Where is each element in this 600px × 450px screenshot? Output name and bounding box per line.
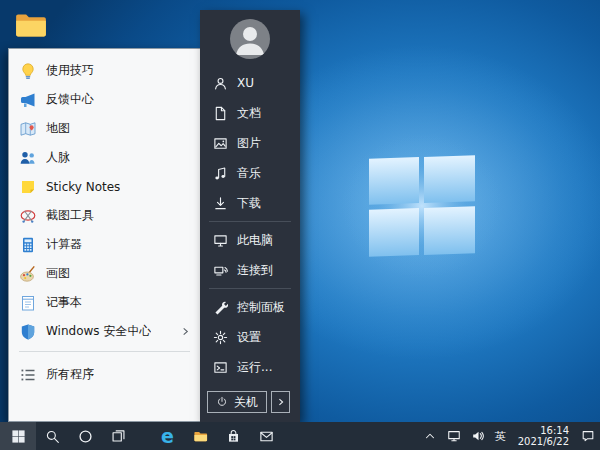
tray-volume[interactable] xyxy=(466,422,490,450)
chevron-right-icon xyxy=(277,398,285,406)
item-label: Windows 安全中心 xyxy=(46,323,151,340)
edge-button[interactable]: e xyxy=(151,422,184,450)
connect-to-icon xyxy=(213,263,228,278)
task-view-icon xyxy=(111,429,126,444)
tray-action-center[interactable] xyxy=(576,422,600,450)
divider xyxy=(209,221,291,222)
start-menu-item-run[interactable]: 运行... xyxy=(200,352,300,382)
volume-icon xyxy=(471,429,485,443)
item-label: 计算器 xyxy=(46,236,82,253)
shutdown-button[interactable]: 关机 xyxy=(207,391,267,413)
search-button[interactable] xyxy=(36,422,69,450)
clock-date: 2021/6/22 xyxy=(518,436,569,447)
item-label: 连接到 xyxy=(237,262,273,279)
start-menu-item-control-panel[interactable]: 控制面板 xyxy=(200,292,300,322)
item-label: 文档 xyxy=(237,105,261,122)
store-icon xyxy=(226,429,241,444)
folder-icon xyxy=(193,429,208,444)
tray-clock[interactable]: 16:14 2021/6/22 xyxy=(511,422,576,450)
mail-button[interactable] xyxy=(250,422,283,450)
start-menu-item-windows-security[interactable]: Windows 安全中心 xyxy=(9,317,200,346)
start-menu-item-all-programs[interactable]: 所有程序 xyxy=(9,360,200,389)
calculator-icon xyxy=(19,236,37,254)
power-icon xyxy=(216,396,228,408)
start-menu-item-tips[interactable]: 使用技巧 xyxy=(9,56,200,85)
tips-icon xyxy=(19,62,37,80)
divider xyxy=(19,351,190,352)
start-menu-item-snipping-tool[interactable]: 截图工具 xyxy=(9,201,200,230)
search-icon xyxy=(45,429,60,444)
item-label: 人脉 xyxy=(46,149,70,166)
power-row: 关机 xyxy=(200,391,300,422)
wallpaper-windows-logo xyxy=(342,128,502,288)
start-button[interactable] xyxy=(0,422,36,450)
start-logo-icon xyxy=(11,429,26,444)
item-label: 反馈中心 xyxy=(46,91,94,108)
edge-icon: e xyxy=(161,427,174,446)
item-label: 画图 xyxy=(46,265,70,282)
start-menu-item-calculator[interactable]: 计算器 xyxy=(9,230,200,259)
start-menu-item-user[interactable]: XU xyxy=(200,68,300,98)
mail-icon xyxy=(259,429,274,444)
start-menu-item-feedback-hub[interactable]: 反馈中心 xyxy=(9,85,200,114)
desktop: 使用技巧 反馈中心 地图 人脉 Sticky Notes 截图工具 计算器 xyxy=(0,0,600,450)
start-menu-item-paint[interactable]: 画图 xyxy=(9,259,200,288)
item-label: XU xyxy=(237,76,254,90)
item-label: 所有程序 xyxy=(46,366,94,383)
language-indicator: 英 xyxy=(495,429,506,444)
chevron-up-icon xyxy=(423,429,437,443)
all-programs-icon xyxy=(19,366,37,384)
windows-security-icon xyxy=(19,323,37,341)
people-icon xyxy=(19,149,37,167)
divider xyxy=(209,288,291,289)
start-menu-item-documents[interactable]: 文档 xyxy=(200,98,300,128)
start-menu-item-music[interactable]: 音乐 xyxy=(200,158,300,188)
start-menu-item-downloads[interactable]: 下载 xyxy=(200,188,300,218)
item-label: 记事本 xyxy=(46,294,82,311)
file-explorer-button[interactable] xyxy=(184,422,217,450)
start-menu-item-settings[interactable]: 设置 xyxy=(200,322,300,352)
start-menu-item-pictures[interactable]: 图片 xyxy=(200,128,300,158)
start-menu-item-connect-to[interactable]: 连接到 xyxy=(200,255,300,285)
item-label: 图片 xyxy=(237,135,261,152)
item-label: 设置 xyxy=(237,329,261,346)
item-label: 下载 xyxy=(237,195,261,212)
item-label: 使用技巧 xyxy=(46,62,94,79)
start-menu-item-notepad[interactable]: 记事本 xyxy=(9,288,200,317)
tray-input-language[interactable]: 英 xyxy=(490,422,511,450)
start-menu-item-people[interactable]: 人脉 xyxy=(9,143,200,172)
music-icon xyxy=(213,166,228,181)
task-view-button[interactable] xyxy=(102,422,135,450)
item-label: 地图 xyxy=(46,120,70,137)
start-menu-item-maps[interactable]: 地图 xyxy=(9,114,200,143)
clock-time: 16:14 xyxy=(540,425,569,436)
desktop-folder-icon[interactable] xyxy=(14,10,48,40)
cortana-button[interactable] xyxy=(69,422,102,450)
sticky-notes-icon xyxy=(19,178,37,196)
user-icon xyxy=(213,76,228,91)
taskbar: e 英 16:14 2021/6/22 xyxy=(0,422,600,450)
store-button[interactable] xyxy=(217,422,250,450)
tray-show-hidden-icons[interactable] xyxy=(418,422,442,450)
notepad-icon xyxy=(19,294,37,312)
downloads-icon xyxy=(213,196,228,211)
shutdown-label: 关机 xyxy=(234,394,258,411)
pictures-icon xyxy=(213,136,228,151)
network-icon xyxy=(447,429,461,443)
chevron-right-icon xyxy=(181,327,190,336)
user-avatar[interactable] xyxy=(230,19,270,59)
tray-network[interactable] xyxy=(442,422,466,450)
start-menu-item-this-pc[interactable]: 此电脑 xyxy=(200,225,300,255)
control-panel-icon xyxy=(213,300,228,315)
item-label: 截图工具 xyxy=(46,207,94,224)
settings-gear-icon xyxy=(213,330,228,345)
taskbar-spacer xyxy=(283,422,418,450)
start-menu-left-panel: 使用技巧 反馈中心 地图 人脉 Sticky Notes 截图工具 计算器 xyxy=(8,48,200,422)
run-icon xyxy=(213,360,228,375)
user-avatar-icon xyxy=(230,19,270,59)
item-label: Sticky Notes xyxy=(46,180,120,194)
start-menu-item-sticky-notes[interactable]: Sticky Notes xyxy=(9,172,200,201)
item-label: 此电脑 xyxy=(237,232,273,249)
shutdown-options-button[interactable] xyxy=(271,391,290,413)
this-pc-icon xyxy=(213,233,228,248)
